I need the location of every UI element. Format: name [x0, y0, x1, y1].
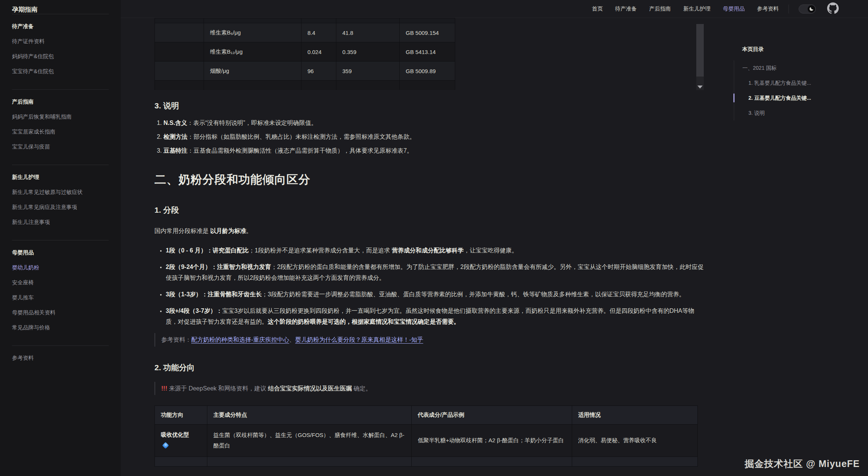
nav-menu: 首页待产准备产后指南新生儿护理母婴用品参考资料 — [592, 5, 779, 12]
nutrient-table-container[interactable]: 维生素B₆/μg8.441.8GB 5009.154维生素B₁₂/μg0.024… — [154, 18, 705, 90]
sidebar-item[interactable]: 妈妈待产&住院包 — [12, 49, 109, 64]
text: ：部分指标（如脂肪酸比例、乳糖占比）未标注检测方法，需参照标准原文其他条款。 — [187, 134, 415, 140]
heading-gongneng: 2. 功能分向 — [154, 362, 705, 373]
sidebar-item[interactable]: 待产证件资料 — [12, 34, 109, 49]
function-table-cell: 益生菌（双歧杆菌等）、益生元（GOS/FOS）、膳食纤维、水解蛋白、A2 β-酪… — [207, 424, 412, 456]
table-scrollbar[interactable] — [696, 24, 704, 90]
sidebar-item[interactable]: 宝宝待产&住院包 — [12, 64, 109, 79]
reference-link[interactable]: 配方奶粉的种类和选择-重庆疾控中心 — [191, 336, 289, 343]
reference-quote: 参考资料：配方奶粉的种类和选择-重庆疾控中心、婴儿奶粉为什么要分段？原来真相是这… — [154, 333, 705, 346]
scroll-down-arrow-icon[interactable] — [697, 86, 703, 89]
clipped-row-cell — [336, 81, 400, 90]
nutrient-cell: GB 5009.89 — [400, 62, 455, 81]
sidebar-item[interactable]: 新生儿常见过敏原与过敏症状 — [12, 185, 109, 200]
function-table-cell: 消化弱、易便秘、营养吸收不良 — [572, 424, 698, 456]
stage-item: 3段（1-3岁）：注重骨骼和牙齿生长；3段配方奶粉需要进一步调整必需脂肪酸、亚油… — [166, 289, 705, 300]
nutrient-cell: 维生素B₁₂/μg — [204, 42, 301, 62]
sidebar-item[interactable]: 常见品牌与价格 — [12, 320, 109, 335]
nav-link[interactable]: 新生儿护理 — [684, 5, 711, 12]
explain-item: N.S.含义：表示“没有特别说明”，即标准未设定明确限值。 — [163, 119, 705, 128]
clipped-row-cell — [336, 18, 400, 23]
nav-link[interactable]: 产后指南 — [649, 5, 671, 12]
bold-text: 以月龄为标准 — [210, 228, 246, 234]
text: 。 — [246, 228, 252, 234]
clipped-row-cell — [155, 18, 204, 23]
sidebar-group-title: 新生儿护理 — [12, 170, 109, 185]
sidebar-item[interactable]: 母婴用品相关资料 — [12, 305, 109, 320]
clipped-row-cell — [204, 18, 301, 23]
nutrient-cell: 96 — [301, 62, 336, 81]
nutrient-cell: 0.024 — [301, 42, 336, 62]
nutrient-cell — [155, 62, 204, 81]
top-nav: 首页待产准备产后指南新生儿护理母婴用品参考资料 — [121, 0, 868, 18]
nutrient-cell — [155, 42, 204, 62]
sidebar-item[interactable]: 宝宝居家成长指南 — [12, 124, 109, 139]
bold-text: 检测方法 — [163, 134, 187, 140]
function-table-header: 代表成分/产品示例 — [412, 405, 572, 424]
nav-link[interactable]: 母婴用品 — [723, 5, 745, 12]
sidebar-item[interactable]: 婴幼儿奶粉 — [12, 260, 109, 275]
sidebar-nav: 待产准备待产证件资料妈妈待产&住院包宝宝待产&住院包产后指南妈妈产后恢复和哺乳指… — [12, 14, 109, 376]
heading-explain: 3. 说明 — [154, 101, 705, 111]
scrollbar-thumb[interactable] — [696, 24, 704, 77]
bold-text: 3段（1-3岁）：注重骨骼和牙齿生长 — [166, 291, 262, 297]
nutrient-cell: 8.4 — [301, 23, 336, 42]
page-toc: 本页目录 一、2021 国标1. 乳基婴儿配方食品关键...2. 豆基婴儿配方食… — [734, 46, 858, 120]
bold-text: 营养成分和成分配比够科学 — [392, 247, 464, 254]
toc-link[interactable]: 2. 豆基婴儿配方食品关键... — [748, 95, 811, 101]
direction-label: 吸收优化型 — [161, 429, 201, 440]
moon-icon — [808, 5, 815, 13]
sidebar-item[interactable]: 婴儿推车 — [12, 290, 109, 305]
sidebar-item[interactable]: 新生儿注意事项 — [12, 215, 109, 230]
toc-item: 一、2021 国标 — [734, 60, 858, 75]
stage-item: 3段+/4段（3-7岁）：宝宝3岁以后就要从三段奶粉更换到四段奶粉，并一直喝到七… — [166, 306, 705, 327]
sidebar-item[interactable]: 宝宝儿保与疫苗 — [12, 139, 109, 154]
nutrient-cell: 烟酸/μg — [204, 62, 301, 81]
bold-text: 结合宝宝实际情况以及医生医嘱 — [268, 385, 352, 392]
sidebar-group-title: 产后指南 — [12, 94, 109, 109]
toc-link[interactable]: 3. 说明 — [748, 110, 765, 116]
sidebar-item[interactable]: 参考资料 — [12, 350, 109, 365]
nutrient-cell: GB 5009.154 — [400, 23, 455, 42]
text: ；1段奶粉并不是追求某种营养成分含量大，而是追求 — [249, 247, 391, 254]
stage-item: 2段（9-24个月）：注重智力和视力发育；2段配方奶粉的蛋白质和能量的含量都有所… — [166, 262, 705, 283]
sidebar-group-title: 待产准备 — [12, 19, 109, 34]
site-title[interactable]: 孕期指南 — [12, 4, 37, 21]
clipped-row-cell — [400, 18, 455, 23]
theme-toggle[interactable] — [799, 5, 816, 14]
fenduan-intro: 国内常用分段标准是 以月龄为标准。 — [154, 226, 705, 236]
nutrient-table: 维生素B₆/μg8.441.8GB 5009.154维生素B₁₂/μg0.024… — [154, 18, 455, 90]
text: ：豆基食品需额外检测脲酶活性（液态产品需折算干物质），具体要求见原标准表7。 — [187, 147, 413, 154]
clipped-row-cell — [572, 456, 698, 466]
clipped-row-cell — [155, 456, 207, 466]
text: 确定。 — [352, 385, 371, 392]
sidebar: 孕期指南 待产准备待产证件资料妈妈待产&住院包宝宝待产&住院包产后指南妈妈产后恢… — [0, 0, 121, 476]
text: ：表示“没有特别说明”，即标准未设定明确限值。 — [187, 120, 317, 126]
nutrient-cell: 0.359 — [336, 42, 400, 62]
github-link[interactable] — [827, 2, 839, 15]
toc-link[interactable]: 一、2021 国标 — [742, 65, 777, 71]
text: ；3段配方奶粉需要进一步调整必需脂肪酸、亚油酸、蛋白质等营养素的比例，并添加牛黄… — [262, 291, 685, 297]
toc-title: 本页目录 — [734, 46, 858, 53]
clipped-row-cell — [155, 81, 204, 90]
toc-link[interactable]: 1. 乳基婴儿配方食品关键... — [748, 80, 811, 86]
sidebar-item[interactable]: 新生儿常见病症及注意事项 — [12, 200, 109, 215]
heading-section2: 二、奶粉分段和功能倾向区分 — [154, 172, 705, 188]
stage-item: 1段（0 - 6 月）：讲究蛋白配比；1段奶粉并不是追求某种营养成分含量大，而是… — [166, 245, 705, 256]
bold-text: 豆基特注 — [163, 147, 187, 154]
nav-link[interactable]: 待产准备 — [615, 5, 637, 12]
clipped-row-cell — [412, 456, 572, 466]
toc-item: 3. 说明 — [734, 105, 858, 120]
sidebar-item[interactable]: 妈妈产后恢复和哺乳指南 — [12, 109, 109, 124]
explain-list: N.S.含义：表示“没有特别说明”，即标准未设定明确限值。检测方法：部分指标（如… — [154, 119, 705, 155]
sidebar-item[interactable]: 安全座椅 — [12, 275, 109, 290]
nav-link[interactable]: 首页 — [592, 5, 603, 12]
nutrient-cell: 359 — [336, 62, 400, 81]
warning-quote: !!! 来源于 DeepSeek 和网络资料，建议 结合宝宝实际情况以及医生医嘱… — [154, 382, 705, 395]
reference-link[interactable]: 婴儿奶粉为什么要分段？原来真相是这样！-知乎 — [295, 336, 423, 343]
nutrient-cell: 41.8 — [336, 23, 400, 42]
text: ，让宝宝吃得健康。 — [464, 247, 518, 254]
explain-item: 豆基特注：豆基食品需额外检测脲酶活性（液态产品需折算干物质），具体要求见原标准表… — [163, 146, 705, 156]
nav-link[interactable]: 参考资料 — [757, 5, 779, 12]
toc-item: 1. 乳基婴儿配方食品关键... — [734, 75, 858, 90]
